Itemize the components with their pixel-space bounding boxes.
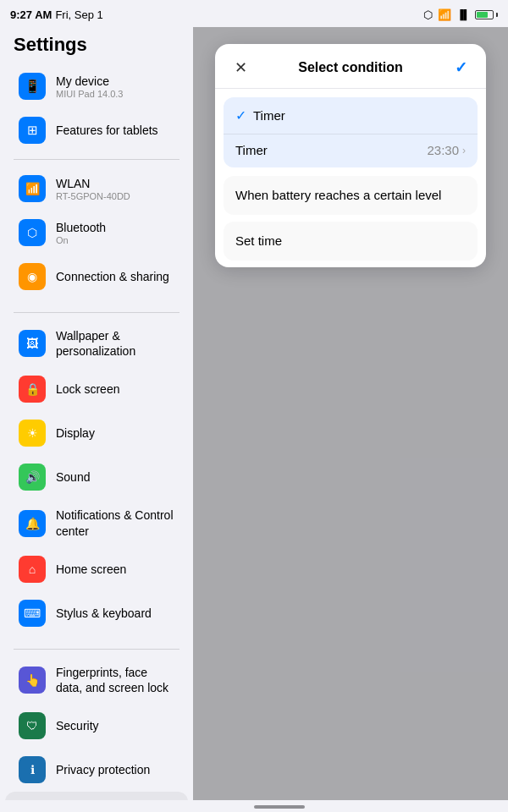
right-panel-overlay: ✕ Select condition ✓ ✓ Timer Timer 23:30…: [193, 27, 508, 800]
divider-3: [14, 649, 179, 650]
bluetooth-status-icon: ⬡: [423, 8, 433, 21]
status-date: Fri, Sep 1: [55, 8, 102, 21]
sidebar-item-security[interactable]: 🛡 Security: [5, 704, 188, 748]
timer-header: ✓ Timer: [224, 97, 478, 134]
battery-level-label: When battery reaches a certain level: [235, 188, 441, 202]
my-device-icon: 📱: [19, 73, 46, 100]
sound-icon: 🔊: [19, 464, 46, 491]
set-time-option[interactable]: Set time: [224, 222, 478, 261]
home-screen-icon: ⌂: [19, 556, 46, 583]
sidebar-item-privacy[interactable]: ℹ Privacy protection: [5, 748, 188, 792]
panel-title: Select condition: [252, 60, 449, 75]
features-label: Features for tablets: [56, 123, 174, 138]
sidebar-item-wallpaper[interactable]: 🖼 Wallpaper & personalization: [5, 320, 188, 367]
fingerprints-label: Fingerprints, face data, and screen lock: [56, 665, 174, 695]
wallpaper-label: Wallpaper & personalization: [56, 328, 174, 359]
sidebar-item-connection[interactable]: ◉ Connection & sharing: [5, 255, 188, 299]
timer-chevron-icon: ›: [462, 145, 466, 156]
sidebar-item-stylus[interactable]: ⌨ Stylus & keyboard: [5, 591, 188, 635]
timer-row[interactable]: Timer 23:30 ›: [224, 134, 478, 167]
notifications-icon: 🔔: [19, 510, 46, 537]
wlan-icon: 📶: [19, 175, 46, 202]
spacer-2: [0, 635, 193, 642]
display-label: Display: [56, 425, 174, 441]
timer-row-value: 23:30 ›: [427, 143, 466, 157]
divider-1: [14, 159, 179, 160]
wlan-subtitle: RT-5GPON-40DD: [56, 191, 174, 201]
status-right: ⬡ 📶 ▐▌: [423, 8, 498, 21]
security-label: Security: [56, 718, 174, 733]
sidebar-item-my-device[interactable]: 📱 My device MIUI Pad 14.0.3: [5, 64, 188, 108]
sidebar-item-wlan[interactable]: 📶 WLAN RT-5GPON-40DD: [5, 167, 188, 211]
sidebar-item-home-screen[interactable]: ⌂ Home screen: [5, 547, 188, 591]
wlan-label: WLAN: [56, 176, 174, 191]
display-icon: ☀: [19, 420, 46, 447]
status-left: 9:27 AM Fri, Sep 1: [10, 8, 103, 21]
status-time: 9:27 AM: [10, 8, 52, 21]
timer-value-text: 23:30: [427, 143, 459, 157]
status-bar: 9:27 AM Fri, Sep 1 ⬡ 📶 ▐▌: [0, 0, 508, 27]
sidebar-item-fingerprints[interactable]: 👆 Fingerprints, face data, and screen lo…: [5, 656, 188, 704]
sidebar-item-battery[interactable]: 🔋 Battery: [5, 792, 188, 800]
bluetooth-subtitle: On: [56, 235, 174, 245]
timer-check-icon: ✓: [235, 107, 246, 123]
signal-icon: ▐▌: [456, 9, 470, 19]
panel-confirm-button[interactable]: ✓: [449, 56, 472, 80]
my-device-label: My device: [56, 74, 174, 89]
wifi-status-icon: 📶: [438, 8, 451, 21]
wallpaper-icon: 🖼: [19, 330, 46, 357]
sidebar-item-display[interactable]: ☀ Display: [5, 411, 188, 455]
timer-row-label: Timer: [235, 143, 268, 157]
my-device-text: My device MIUI Pad 14.0.3: [56, 74, 174, 99]
battery-status-icon: [475, 10, 498, 19]
lock-screen-icon: 🔒: [19, 376, 46, 403]
spacer-1: [0, 299, 193, 305]
sound-label: Sound: [56, 469, 174, 485]
sidebar-item-sound[interactable]: 🔊 Sound: [5, 455, 188, 499]
scroll-thumb: [254, 805, 305, 809]
my-device-subtitle: MIUI Pad 14.0.3: [56, 89, 174, 99]
sidebar: Settings 📱 My device MIUI Pad 14.0.3 ⊞ F…: [0, 27, 193, 800]
fingerprints-icon: 👆: [19, 667, 46, 694]
stylus-icon: ⌨: [19, 600, 46, 627]
connection-icon: ◉: [19, 263, 46, 290]
set-time-label: Set time: [235, 233, 282, 248]
home-screen-label: Home screen: [56, 562, 174, 577]
timer-section: ✓ Timer Timer 23:30 ›: [224, 97, 478, 167]
battery-level-option[interactable]: When battery reaches a certain level: [224, 176, 478, 215]
sidebar-item-notifications[interactable]: 🔔 Notifications & Control center: [5, 499, 188, 546]
timer-header-label: Timer: [253, 108, 285, 123]
sidebar-item-features[interactable]: ⊞ Features for tablets: [5, 108, 188, 152]
bluetooth-label: Bluetooth: [56, 220, 174, 235]
connection-label: Connection & sharing: [56, 269, 174, 284]
sidebar-item-bluetooth[interactable]: ⬡ Bluetooth On: [5, 211, 188, 255]
main-layout: Settings 📱 My device MIUI Pad 14.0.3 ⊞ F…: [0, 27, 508, 800]
lock-screen-label: Lock screen: [56, 381, 174, 397]
bluetooth-icon: ⬡: [19, 219, 46, 246]
sidebar-title: Settings: [0, 27, 193, 64]
scroll-area: [0, 800, 508, 812]
panel-close-button[interactable]: ✕: [229, 56, 252, 80]
security-icon: 🛡: [19, 712, 46, 739]
select-condition-panel: ✕ Select condition ✓ ✓ Timer Timer 23:30…: [215, 44, 486, 267]
privacy-icon: ℹ: [19, 756, 46, 783]
sidebar-item-lock-screen[interactable]: 🔒 Lock screen: [5, 367, 188, 411]
privacy-label: Privacy protection: [56, 762, 174, 777]
panel-header: ✕ Select condition ✓: [215, 44, 486, 89]
notifications-label: Notifications & Control center: [56, 508, 174, 538]
divider-2: [14, 312, 179, 313]
stylus-label: Stylus & keyboard: [56, 606, 174, 621]
features-icon: ⊞: [19, 117, 46, 144]
